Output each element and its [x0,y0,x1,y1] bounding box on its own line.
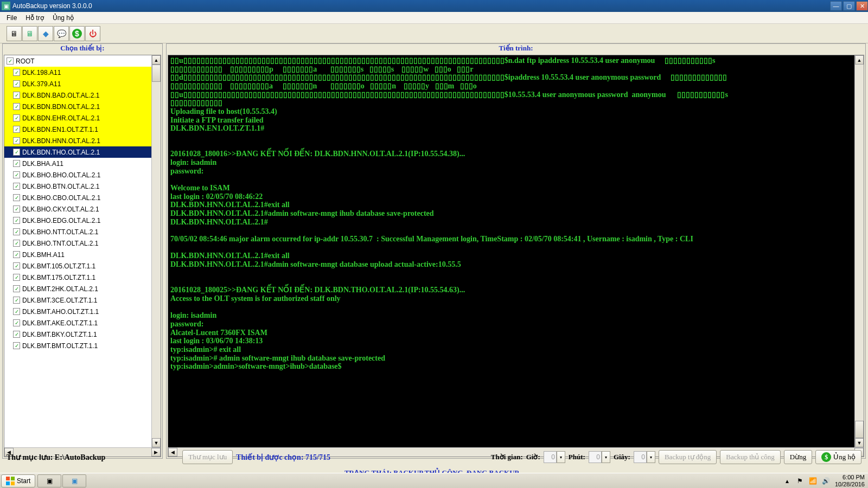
close-button[interactable]: ✕ [856,1,868,11]
hour-input[interactable] [544,451,557,463]
checkbox-icon[interactable]: ✓ [13,285,20,292]
tree-item[interactable]: ✓DLK.BMT.BKY.OLT.ZT.1.1 [4,329,151,340]
tree-item[interactable]: ✓DLK.BHO.BHO.OLT.AL.2.1 [4,169,151,181]
tree-root[interactable]: ✓ROOT [4,55,151,67]
device-tree[interactable]: ✓ROOT✓DLK.198.A11✓DLK.379.A11✓DLK.BDN.BA… [4,55,151,447]
tree-item[interactable]: ✓DLK.BMT.105.OLT.ZT.1.1 [4,260,151,272]
tree-item-label: ROOT [16,57,35,65]
checkbox-icon[interactable]: ✓ [13,114,20,121]
donate-button[interactable]: $ Ủng hộ [815,450,861,464]
minute-label: Phút: [569,453,585,461]
tree-item[interactable]: ✓DLK.BHO.CBO.OLT.AL.2.1 [4,192,151,203]
toolbar-btn-1[interactable]: 🖥 [7,26,22,41]
toolbar-btn-6[interactable]: ⏻ [85,26,100,41]
tree-item[interactable]: ✓DLK.BMT.BMT.OLT.ZT.1.1 [4,340,151,351]
checkbox-icon[interactable]: ✓ [13,92,20,99]
checkbox-icon[interactable]: ✓ [13,206,20,213]
second-spinner[interactable]: ▾ [634,451,655,463]
checkbox-icon[interactable]: ✓ [13,274,20,281]
checkbox-icon[interactable]: ✓ [13,251,20,258]
svg-rect-3 [11,481,15,485]
checkbox-icon[interactable]: ✓ [13,217,20,224]
tree-item[interactable]: ✓DLK.BHO.EDG.OLT.AL.2.1 [4,215,151,226]
tree-item[interactable]: ✓DLK.BHO.TNT.OLT.AL.2.1 [4,237,151,249]
taskbar-item-1[interactable]: ▣ [37,474,61,487]
term-vscroll[interactable]: ▲ ▼ [854,55,864,447]
chevron-down-icon[interactable]: ▾ [602,451,610,463]
checkbox-icon[interactable]: ✓ [13,69,20,76]
tree-item[interactable]: ✓DLK.379.A11 [4,78,151,89]
toolbar-btn-4[interactable]: 💬 [54,26,69,41]
checkbox-icon[interactable]: ✓ [13,126,20,133]
checkbox-icon[interactable]: ✓ [13,80,20,87]
checkbox-icon[interactable]: ✓ [13,194,20,201]
terminal-output[interactable]: ▯▯u▯▯▯▯▯▯▯▯▯▯▯▯▯▯▯▯▯▯▯▯▯▯▯▯▯▯▯▯▯▯▯▯▯▯▯▯▯… [168,55,854,447]
tree-item[interactable]: ✓DLK.BDN.EN1.OLT.ZT.1.1 [4,124,151,135]
second-input[interactable] [634,451,647,463]
checkbox-icon[interactable]: ✓ [13,308,20,315]
tree-item[interactable]: ✓DLK.BHO.CKY.OLT.AL.2.1 [4,203,151,215]
tree-vscroll[interactable]: ▲ ▼ [151,55,161,447]
taskbar-item-2[interactable]: ▣ [62,474,86,487]
checkbox-icon[interactable]: ✓ [13,160,20,167]
taskbar-clock[interactable]: 6:00 PM 10/28/2016 [835,474,865,487]
time-label: Thời gian: [491,453,523,461]
toolbar-btn-2[interactable]: 🖥 [22,26,37,41]
chevron-down-icon[interactable]: ▾ [647,451,655,463]
tree-item[interactable]: ✓DLK.BDN.BAD.OLT.AL.2.1 [4,89,151,101]
save-dir-button[interactable]: Thư mục lưu [182,450,233,464]
checkbox-icon[interactable]: ✓ [13,149,20,156]
checkbox-icon[interactable]: ✓ [13,331,20,338]
tree-item-label: DLK.BDN.HNN.OLT.AL.2.1 [22,137,100,145]
checkbox-icon[interactable]: ✓ [13,262,20,269]
tree-item[interactable]: ✓DLK.BMT.AHO.OLT.ZT.1.1 [4,306,151,317]
tree-item[interactable]: ✓DLK.BHA.A11 [4,158,151,169]
tray-flag-icon[interactable]: ⚑ [796,477,805,485]
tree-item[interactable]: ✓DLK.BDN.HNN.OLT.AL.2.1 [4,135,151,146]
hour-spinner[interactable]: ▾ [544,451,565,463]
chevron-down-icon[interactable]: ▾ [557,451,565,463]
tree-item[interactable]: ✓DLK.BMT.175.OLT.ZT.1.1 [4,272,151,283]
tree-item-label: DLK.BHA.A11 [22,160,63,168]
minimize-button[interactable]: — [830,1,842,11]
auto-backup-button[interactable]: Backup tự động [659,450,717,464]
scroll-thumb[interactable] [152,65,161,82]
menu-file[interactable]: File [2,13,21,23]
scroll-up-icon[interactable]: ▲ [152,55,161,65]
scroll-up-icon[interactable]: ▲ [855,55,864,65]
menu-donate[interactable]: Ủng hộ [48,13,78,23]
manual-backup-button[interactable]: Backup thủ công [720,450,781,464]
start-button[interactable]: Start [1,474,35,487]
checkbox-icon[interactable]: ✓ [13,103,20,110]
minute-input[interactable] [589,451,602,463]
checkbox-icon[interactable]: ✓ [13,319,20,326]
tree-item[interactable]: ✓DLK.BHO.NTT.OLT.AL.2.1 [4,226,151,237]
tree-item[interactable]: ✓DLK.BMT.3CE.OLT.ZT.1.1 [4,294,151,306]
stop-button[interactable]: Dừng [784,450,812,464]
tree-item[interactable]: ✓DLK.BDN.THO.OLT.AL.2.1 [4,146,151,158]
checkbox-icon[interactable]: ✓ [13,137,20,144]
tree-item[interactable]: ✓DLK.BDN.EHR.OLT.AL.2.1 [4,112,151,124]
maximize-button[interactable]: ▢ [843,1,855,11]
checkbox-icon[interactable]: ✓ [13,240,20,247]
tree-item[interactable]: ✓DLK.BHO.BTN.OLT.AL.2.1 [4,181,151,192]
checkbox-icon[interactable]: ✓ [13,342,20,349]
tree-item[interactable]: ✓DLK.BMT.AKE.OLT.ZT.1.1 [4,317,151,329]
minute-spinner[interactable]: ▾ [589,451,610,463]
checkbox-icon[interactable]: ✓ [7,57,14,65]
checkbox-icon[interactable]: ✓ [13,228,20,235]
toolbar-btn-5[interactable]: $ [69,26,85,41]
checkbox-icon[interactable]: ✓ [13,183,20,190]
tree-item[interactable]: ✓DLK.BMH.A11 [4,249,151,260]
checkbox-icon[interactable]: ✓ [13,297,20,304]
tree-item[interactable]: ✓DLK.BMT.2HK.OLT.AL.2.1 [4,283,151,294]
scroll-thumb[interactable] [855,421,864,438]
tree-item[interactable]: ✓DLK.BDN.BDN.OLT.AL.2.1 [4,101,151,112]
menu-support[interactable]: Hỗ trợ [21,13,48,23]
tree-item[interactable]: ✓DLK.198.A11 [4,67,151,78]
toolbar-btn-3[interactable]: ◆ [38,26,53,41]
tray-volume-icon[interactable]: 🔊 [822,477,831,485]
tray-chevron-icon[interactable]: ▴ [783,477,792,485]
checkbox-icon[interactable]: ✓ [13,171,20,178]
tray-network-icon[interactable]: 📶 [809,477,818,485]
